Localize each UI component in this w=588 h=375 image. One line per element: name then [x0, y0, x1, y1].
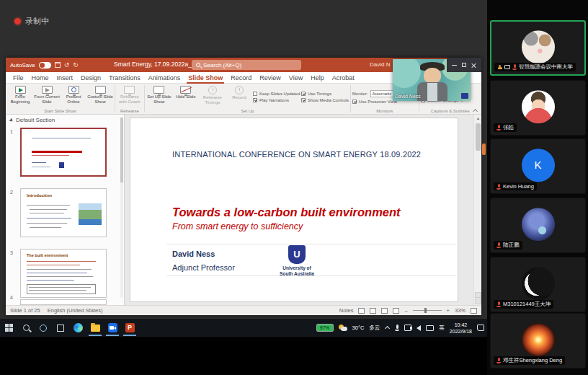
- account-name[interactable]: David N: [370, 61, 390, 68]
- slideshow-view-icon[interactable]: [393, 308, 399, 314]
- volume-icon[interactable]: [416, 325, 421, 331]
- save-icon[interactable]: [55, 62, 61, 68]
- slide-subtitle: From smart energy to sufficiency: [172, 221, 303, 231]
- weather-desc[interactable]: 多云: [369, 325, 380, 332]
- mic-muted-icon: [496, 125, 501, 131]
- scroll-up-icon[interactable]: ▲: [474, 115, 482, 122]
- keep-slides-updated-checkbox[interactable]: Keep Slides Updated: [253, 92, 300, 96]
- file-explorer-button[interactable]: [86, 319, 104, 337]
- participant-name: 陆正鹏: [503, 242, 520, 249]
- meeting-app-button[interactable]: [104, 319, 121, 337]
- tab-insert[interactable]: Insert: [57, 74, 74, 81]
- tab-transitions[interactable]: Transitions: [109, 74, 141, 81]
- tab-file[interactable]: File: [13, 74, 24, 81]
- cortana-button[interactable]: [35, 319, 52, 337]
- undo-icon[interactable]: ↺: [64, 62, 70, 69]
- slide-sorter-icon[interactable]: [370, 308, 376, 314]
- tab-help[interactable]: Help: [311, 74, 324, 81]
- action-center-icon[interactable]: [477, 325, 484, 331]
- present-online-button[interactable]: Present Online: [61, 85, 86, 109]
- tab-acrobat[interactable]: Acrobat: [332, 74, 355, 81]
- tab-view[interactable]: View: [289, 74, 303, 81]
- from-beginning-button[interactable]: From Beginning: [7, 85, 33, 109]
- from-current-slide-icon: [42, 86, 53, 94]
- record-button[interactable]: Record: [226, 85, 252, 109]
- fit-to-window-icon[interactable]: [471, 308, 477, 314]
- participant-tile[interactable]: 智慧能源会议中南大学: [490, 20, 586, 76]
- mic-muted-icon: [496, 301, 501, 307]
- slide-2-thumbnail[interactable]: Introduction: [20, 188, 107, 237]
- weather-icon[interactable]: [339, 325, 347, 332]
- task-view-button[interactable]: [52, 319, 69, 337]
- scrollbar-thumb[interactable]: [476, 123, 481, 151]
- redo-icon[interactable]: ↻: [73, 62, 79, 69]
- slide-scrollbar[interactable]: ▲: [473, 115, 481, 305]
- close-icon[interactable]: [471, 63, 476, 68]
- section-header[interactable]: Default Section: [6, 115, 124, 123]
- notes-button[interactable]: Notes: [339, 307, 354, 314]
- reading-view-icon[interactable]: [381, 308, 388, 314]
- rehearse-timings-button[interactable]: Rehearse Timings: [200, 85, 226, 109]
- collapse-ribbon-icon[interactable]: [473, 109, 478, 112]
- battery-icon[interactable]: 97%: [316, 324, 334, 332]
- slide-canvas[interactable]: INTERNATIONAL CONFERENCE ON SMART ENERGY…: [130, 118, 458, 302]
- checkbox-checked-icon: [352, 100, 357, 104]
- search-input[interactable]: Search (Alt+Q): [192, 60, 301, 70]
- clock[interactable]: 10:42 2022/9/18: [450, 322, 472, 335]
- previous-slide-button[interactable]: [475, 292, 481, 298]
- weather-temp[interactable]: 30°C: [352, 325, 365, 331]
- author-role: Adjunct Professor: [172, 263, 235, 272]
- tab-home[interactable]: Home: [32, 74, 49, 81]
- zoom-in-icon[interactable]: +: [447, 307, 450, 314]
- from-current-slide-button[interactable]: From Current Slide: [34, 85, 60, 109]
- participant-tile[interactable]: M310121449王大坤: [490, 257, 586, 312]
- thumb-title: Introduction: [27, 193, 52, 198]
- autosave-toggle[interactable]: [39, 62, 51, 69]
- ime-indicator[interactable]: 英: [439, 325, 445, 332]
- play-narrations-checkbox[interactable]: Play Narrations: [253, 98, 300, 102]
- tab-design[interactable]: Design: [81, 74, 101, 81]
- window-controls: [447, 58, 481, 72]
- slide-1-thumbnail[interactable]: [20, 128, 107, 177]
- next-slide-button[interactable]: [475, 299, 481, 304]
- use-timings-checkbox[interactable]: Use Timings: [301, 92, 349, 96]
- slide-3-thumbnail[interactable]: The built environment: [20, 249, 107, 298]
- slide-4-thumbnail[interactable]: [20, 299, 107, 305]
- microphone-tray-icon[interactable]: [395, 325, 399, 331]
- custom-slide-show-button[interactable]: Custom Slide Show: [87, 85, 113, 109]
- language-indicator[interactable]: English (United States): [48, 307, 103, 314]
- maximize-icon[interactable]: [462, 63, 466, 67]
- checkbox-icon: [253, 92, 257, 96]
- participant-tile[interactable]: 陆正鹏: [490, 198, 586, 253]
- tab-animations[interactable]: Animations: [148, 74, 181, 81]
- taskbar-search-button[interactable]: [17, 319, 35, 337]
- show-media-controls-checkbox[interactable]: Show Media Controls: [301, 98, 349, 102]
- participant-tile[interactable]: 张皓: [490, 80, 586, 136]
- zoom-out-icon[interactable]: –: [404, 307, 407, 314]
- tab-record[interactable]: Record: [231, 74, 251, 81]
- tab-slide-show[interactable]: Slide Show: [188, 74, 223, 81]
- start-button[interactable]: [0, 319, 17, 337]
- search-icon: [196, 63, 200, 67]
- zoom-level[interactable]: 33%: [455, 307, 466, 314]
- set-up-slide-show-button[interactable]: Set Up Slide Show: [146, 85, 172, 109]
- rehearse-with-coach-button[interactable]: Rehearse with Coach: [117, 85, 143, 109]
- edge-button[interactable]: [69, 319, 86, 337]
- thumb-title: The built environment: [27, 253, 68, 257]
- zoom-slider[interactable]: [413, 310, 442, 311]
- participant-tile[interactable]: K Kevin Huang: [490, 138, 586, 194]
- mic-muted-icon: [496, 242, 501, 248]
- system-tray: 97% 30°C 多云 英 10:42 2022/9/18: [316, 322, 487, 335]
- normal-view-icon[interactable]: [358, 308, 365, 314]
- thumbnail-scrollbar[interactable]: [120, 118, 123, 298]
- slide-counter: Slide 1 of 25: [10, 307, 40, 314]
- edge-icon: [74, 323, 83, 332]
- touch-keyboard-icon[interactable]: [426, 325, 434, 331]
- hidden-icons-chevron[interactable]: [385, 325, 390, 330]
- tab-review[interactable]: Review: [259, 74, 281, 81]
- participant-tile[interactable]: 邓生祥Shengxiang Deng: [490, 313, 586, 369]
- webcam-name-label: David Ness: [395, 94, 421, 99]
- hide-slide-button[interactable]: Hide Slide: [173, 85, 199, 109]
- powerpoint-button[interactable]: P: [121, 319, 138, 337]
- minimize-icon[interactable]: [452, 65, 457, 66]
